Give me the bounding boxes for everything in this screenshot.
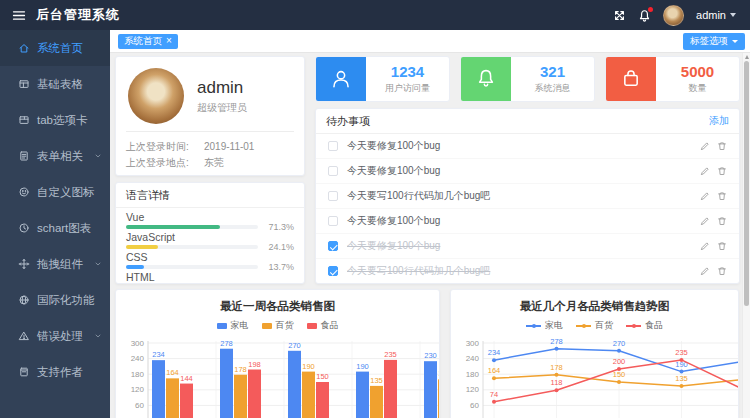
sidebar-item-7[interactable]: 国际化功能 bbox=[0, 282, 110, 318]
profile-info-row: 上次登录时间:2019-11-01 bbox=[126, 139, 294, 155]
progress-percent: 71.3% bbox=[264, 222, 294, 232]
bar-chart: 3002401801206023427827019023016417819013… bbox=[120, 337, 440, 418]
sidebar-item-label: 表单相关 bbox=[37, 149, 83, 164]
tab-active[interactable]: 系统首页 × bbox=[118, 34, 178, 49]
globe-icon bbox=[18, 294, 30, 306]
sidebar-item-label: 自定义图标 bbox=[37, 185, 95, 200]
warning-icon bbox=[18, 330, 30, 342]
line-chart: 3002401801206023427827019023016417815013… bbox=[455, 337, 739, 418]
close-icon[interactable]: × bbox=[166, 36, 172, 46]
todo-checkbox[interactable] bbox=[328, 141, 338, 151]
stat-body: 5000数量 bbox=[656, 57, 739, 101]
svg-text:120: 120 bbox=[738, 378, 739, 387]
edit-icon[interactable] bbox=[700, 166, 710, 176]
sidebar-item-4[interactable]: 自定义图标 bbox=[0, 174, 110, 210]
sidebar-item-2[interactable]: tab选项卡 bbox=[0, 102, 110, 138]
legend-label: 百货 bbox=[276, 319, 294, 332]
line-chart-card: 最近几个月各品类销售趋势图 家电百货食品 3002401801206023427… bbox=[450, 289, 739, 418]
sidebar-item-6[interactable]: 拖拽组件 bbox=[0, 246, 110, 282]
profile-info-row: 上次登录地点:东莞 bbox=[126, 155, 294, 171]
chevron-down-icon bbox=[94, 332, 102, 340]
scroll-up-icon[interactable] bbox=[745, 55, 749, 59]
legend-item: 家电 bbox=[526, 319, 563, 332]
progress-fill bbox=[126, 245, 158, 249]
stat-body: 321系统消息 bbox=[511, 57, 594, 101]
stat-value: 321 bbox=[540, 63, 565, 80]
tag-options-button[interactable]: 标签选项 bbox=[683, 33, 745, 50]
todo-text: 今天要修复100个bug bbox=[347, 214, 700, 228]
smiley-icon bbox=[18, 186, 30, 198]
progress-fill bbox=[126, 265, 144, 269]
sidebar-item-0[interactable]: 系统首页 bbox=[0, 30, 110, 66]
header: 后台管理系统 admin bbox=[0, 0, 750, 30]
username-label: admin bbox=[696, 9, 726, 21]
legend-item: 家电 bbox=[217, 319, 249, 332]
delete-icon[interactable] bbox=[717, 166, 727, 176]
sidebar-item-3[interactable]: 表单相关 bbox=[0, 138, 110, 174]
progress-percent: 24.1% bbox=[264, 242, 294, 252]
delete-icon[interactable] bbox=[717, 141, 727, 151]
scrollbar-thumb[interactable] bbox=[744, 61, 749, 306]
todo-text: 今天要写100行代码加几个bug吧 bbox=[347, 189, 700, 203]
svg-text:190: 190 bbox=[356, 362, 369, 371]
svg-text:198: 198 bbox=[248, 360, 261, 369]
edit-icon[interactable] bbox=[700, 216, 710, 226]
svg-text:160: 160 bbox=[438, 369, 440, 378]
svg-text:234: 234 bbox=[488, 348, 501, 357]
bell-icon[interactable] bbox=[638, 9, 651, 22]
todo-checkbox[interactable] bbox=[328, 241, 338, 251]
edit-icon[interactable] bbox=[700, 266, 710, 276]
sidebar-item-1[interactable]: 基础表格 bbox=[0, 66, 110, 102]
profile-info-label: 上次登录时间: bbox=[126, 139, 204, 155]
profile-info-value: 2019-11-01 bbox=[204, 139, 254, 155]
svg-text:230: 230 bbox=[738, 349, 739, 358]
delete-icon[interactable] bbox=[717, 216, 727, 226]
legend-label: 食品 bbox=[645, 319, 663, 332]
stat-body: 1234用户访问量 bbox=[366, 57, 449, 101]
todo-checkbox[interactable] bbox=[328, 191, 338, 201]
clock-icon bbox=[18, 222, 30, 234]
todo-checkbox[interactable] bbox=[328, 266, 338, 276]
line-chart-legend: 家电百货食品 bbox=[451, 319, 738, 332]
home-icon bbox=[18, 42, 30, 54]
legend-marker bbox=[526, 325, 541, 327]
todo-actions bbox=[700, 166, 727, 176]
stat-value: 1234 bbox=[391, 63, 424, 80]
delete-icon[interactable] bbox=[717, 191, 727, 201]
profile-top: admin 超级管理员 bbox=[116, 57, 304, 131]
edit-icon[interactable] bbox=[700, 191, 710, 201]
todo-card: 待办事项 添加 今天要修复100个bug今天要修复100个bug今天要写100行… bbox=[315, 108, 740, 284]
user-menu[interactable]: admin bbox=[696, 9, 736, 21]
avatar[interactable] bbox=[663, 5, 684, 26]
todo-checkbox[interactable] bbox=[328, 216, 338, 226]
sidebar-item-9[interactable]: 支持作者 bbox=[0, 354, 110, 390]
todo-add-button[interactable]: 添加 bbox=[709, 114, 729, 128]
form-icon bbox=[18, 150, 30, 162]
menu-toggle-icon[interactable] bbox=[12, 10, 26, 21]
legend-marker bbox=[217, 323, 227, 329]
legend-marker-dot bbox=[532, 324, 536, 328]
legend-item: 百货 bbox=[262, 319, 294, 332]
legend-marker bbox=[626, 325, 641, 327]
stat-label: 系统消息 bbox=[535, 82, 571, 95]
edit-icon[interactable] bbox=[700, 241, 710, 251]
todo-text: 今天要修复100个bug bbox=[347, 164, 700, 178]
sidebar-item-8[interactable]: 错误处理 bbox=[0, 318, 110, 354]
sidebar-item-label: tab选项卡 bbox=[37, 113, 88, 128]
language-bar-row: 71.3% bbox=[126, 224, 294, 230]
todo-checkbox[interactable] bbox=[328, 166, 338, 176]
edit-icon[interactable] bbox=[700, 141, 710, 151]
progress-fill bbox=[126, 225, 220, 229]
language-card-header: 语言详情 bbox=[116, 183, 304, 208]
language-item: CSS13.7% bbox=[126, 251, 294, 270]
sidebar-item-label: 拖拽组件 bbox=[37, 257, 83, 272]
sidebar-item-5[interactable]: schart图表 bbox=[0, 210, 110, 246]
delete-icon[interactable] bbox=[717, 266, 727, 276]
delete-icon[interactable] bbox=[717, 241, 727, 251]
svg-text:200: 200 bbox=[613, 357, 626, 366]
legend-marker bbox=[262, 323, 272, 329]
legend-label: 百货 bbox=[595, 319, 613, 332]
svg-text:240: 240 bbox=[131, 354, 145, 363]
fullscreen-icon[interactable] bbox=[613, 9, 626, 22]
todo-item-3: 今天要修复100个bug bbox=[316, 209, 739, 234]
